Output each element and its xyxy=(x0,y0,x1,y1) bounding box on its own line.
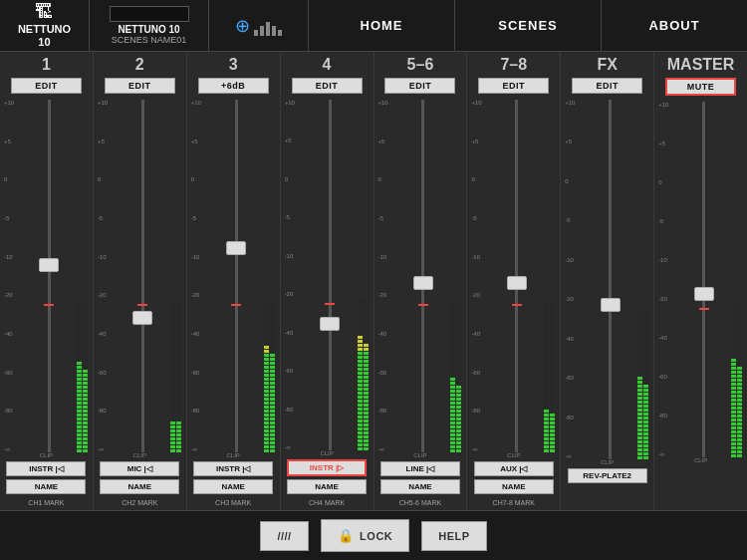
meters-col xyxy=(450,100,462,452)
instr-button[interactable]: INSTR |▷ xyxy=(287,459,367,476)
instr-button[interactable]: REV-PLATE2 xyxy=(568,468,647,483)
clip-label: CLIP xyxy=(656,457,745,463)
ch-number: 4 xyxy=(323,56,332,74)
channel-3: 3 +6dB +10 +5 0 -5 -10 -20 -40 -60 -80 -… xyxy=(187,52,281,510)
edit-button[interactable]: EDIT xyxy=(292,78,363,94)
instr-button[interactable]: AUX |◁ xyxy=(474,461,554,476)
scene-label: SCENES NAME01 xyxy=(112,35,187,45)
lock-button[interactable]: 🔒 LOCK xyxy=(321,519,410,552)
channels-container: 1 EDIT +10 +5 0 -5 -10 -20 -40 -60 -80 -… xyxy=(0,52,747,510)
meters-col xyxy=(637,100,649,459)
bottom-bar: //// 🔒 LOCK HELP xyxy=(0,510,747,560)
meter-right xyxy=(643,100,648,459)
instr-button[interactable]: INSTR |◁ xyxy=(6,461,86,476)
name-button[interactable]: NAME xyxy=(6,479,86,494)
nav-about[interactable]: ABOUT xyxy=(602,0,747,51)
channel-7: FX EDIT +10 +5 0 -5 -10 -20 -40 -60 -80 … xyxy=(561,52,654,510)
ch-number: 3 xyxy=(229,56,238,74)
channel-4: 4 EDIT +10 +5 0 -5 -10 -20 -40 -60 -80 -… xyxy=(281,52,374,510)
edit-button[interactable]: +6dB xyxy=(198,78,269,94)
fader-col xyxy=(396,100,451,452)
fader-handle[interactable] xyxy=(601,298,621,312)
clip-label: CLIP xyxy=(469,452,558,458)
level-bars xyxy=(254,16,282,36)
meter-right xyxy=(456,100,461,452)
meter-right xyxy=(737,102,742,457)
fader-handle[interactable] xyxy=(226,241,246,255)
stripes-button[interactable]: //// xyxy=(260,521,308,551)
instr-button[interactable]: MIC |◁ xyxy=(100,461,179,476)
help-button[interactable]: HELP xyxy=(421,521,486,551)
stripes-label: //// xyxy=(277,530,291,542)
device-name: NETTUNO 10 xyxy=(118,24,179,35)
channel-8: MASTER MUTE +10 +5 0 -5 -10 -20 -40 -60 … xyxy=(654,52,747,510)
bluetooth-icon: ⊕ xyxy=(235,15,250,37)
db-scale: +10 +5 0 -5 -10 -20 -40 -60 -80 -∞ xyxy=(98,100,116,452)
meters-col xyxy=(77,100,89,452)
fader-handle[interactable] xyxy=(507,276,527,290)
meters-col xyxy=(544,100,556,452)
meter-right xyxy=(270,100,275,452)
fader-col xyxy=(116,100,170,452)
edit-button[interactable]: EDIT xyxy=(105,78,175,94)
app-container: 🏗 NETTUNO 10 NETTUNO 10 SCENES NAME01 ⊕ xyxy=(0,0,747,560)
meters-col xyxy=(264,100,276,452)
meter-right xyxy=(550,100,555,452)
instr-button[interactable]: LINE |◁ xyxy=(380,461,460,476)
ch-number: 2 xyxy=(135,56,144,74)
ch-number: FX xyxy=(597,56,617,74)
meter-left xyxy=(170,100,175,452)
fader-col xyxy=(209,100,264,452)
ch-mark: CH3 MARK xyxy=(193,499,273,506)
db-scale: +10 +5 0 -5 -10 -20 -40 -60 -80 -∞ xyxy=(4,100,22,452)
fader-section: +10 +5 0 -5 -10 -20 -40 -60 -80 -∞ xyxy=(96,100,184,452)
fader-section: +10 +5 0 -5 -10 -20 -40 -60 -80 -∞ xyxy=(189,100,278,452)
fader-section: +10 +5 0 -5 -10 -20 -40 -60 -80 -∞ xyxy=(563,100,651,459)
ch-mark: CH5-6 MARK xyxy=(380,499,460,506)
instr-button[interactable]: INSTR |◁ xyxy=(193,461,273,476)
edit-button[interactable]: EDIT xyxy=(478,78,549,94)
bar1 xyxy=(254,30,258,36)
logo-area: 🏗 NETTUNO 10 xyxy=(0,0,90,51)
db-scale: +10 +5 0 -5 -10 -20 -40 -60 -80 -∞ xyxy=(378,100,396,452)
edit-button[interactable]: EDIT xyxy=(384,78,455,94)
name-button[interactable]: NAME xyxy=(287,479,367,494)
fader-section: +10 +5 0 -5 -10 -20 -40 -60 -80 -∞ xyxy=(2,100,91,452)
logo-icon: 🏗 xyxy=(18,2,71,23)
name-button[interactable]: NAME xyxy=(380,479,460,494)
fader-col xyxy=(583,100,637,459)
clip-label: CLIP xyxy=(189,452,278,458)
nav-area: HOME SCENES ABOUT xyxy=(309,0,747,51)
bar5 xyxy=(278,30,282,36)
help-label: HELP xyxy=(438,530,469,542)
bluetooth-area: ⊕ xyxy=(209,0,309,51)
ch-mark: CH7-8 MARK xyxy=(474,499,554,506)
fader-handle[interactable] xyxy=(39,258,59,272)
meter-left xyxy=(264,100,269,452)
ch-mark: CH4 MARK xyxy=(287,499,367,506)
clip-label: CLIP xyxy=(376,452,465,458)
db-scale: +10 +5 0 -5 -10 -20 -40 -60 -80 -∞ xyxy=(285,100,303,450)
fader-handle[interactable] xyxy=(132,311,152,325)
ch-mark: CH1 MARK xyxy=(6,499,86,506)
logo-text: NETTUNO 10 xyxy=(18,23,71,49)
lock-icon: 🔒 xyxy=(338,528,355,543)
db-scale: +10 +5 0 -5 -10 -20 -40 -60 -80 -∞ xyxy=(191,100,209,452)
edit-button[interactable]: EDIT xyxy=(572,78,642,94)
nav-scenes[interactable]: SCENES xyxy=(455,0,602,51)
clip-label: CLIP xyxy=(283,450,372,456)
db-scale: +10 +5 0 -5 -10 -20 -40 -60 -80 -∞ xyxy=(658,102,676,457)
name-button[interactable]: NAME xyxy=(100,479,179,494)
name-button[interactable]: NAME xyxy=(193,479,273,494)
clip-label: CLIP xyxy=(2,452,91,458)
meter-left xyxy=(358,100,363,450)
fader-handle[interactable] xyxy=(320,317,340,331)
name-button[interactable]: NAME xyxy=(474,479,554,494)
fader-handle[interactable] xyxy=(413,276,433,290)
nav-home[interactable]: HOME xyxy=(309,0,455,51)
scene-display xyxy=(110,6,189,22)
edit-button[interactable]: MUTE xyxy=(665,78,736,96)
edit-button[interactable]: EDIT xyxy=(11,78,82,94)
fader-col xyxy=(489,100,544,452)
fader-handle[interactable] xyxy=(694,287,714,301)
